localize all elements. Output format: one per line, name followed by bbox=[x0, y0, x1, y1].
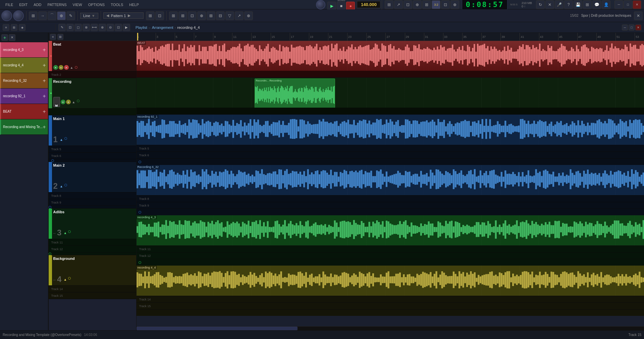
sidebar-track-recording44[interactable]: recording 4_4 + bbox=[0, 58, 48, 73]
tc-beat-dot[interactable] bbox=[75, 66, 77, 69]
pl-btn-link[interactable]: ⊕ bbox=[57, 11, 66, 20]
sidebar-track-recording921[interactable]: recording 92_1 + bbox=[0, 89, 48, 104]
close-button[interactable]: ✕ bbox=[633, 0, 641, 9]
tc-main1-dot[interactable] bbox=[64, 137, 67, 140]
sb-add[interactable]: + bbox=[1, 34, 8, 41]
pattern-selector[interactable]: ◀ Pattern 1 ▶ bbox=[103, 12, 144, 19]
pattern-prev[interactable]: ◀ bbox=[106, 13, 109, 18]
background-clip[interactable]: recording 4_4 bbox=[137, 266, 644, 296]
pat-btn-1[interactable]: ⊞ bbox=[146, 11, 155, 20]
tool-mute[interactable]: ⊗ bbox=[83, 24, 90, 31]
tc-rec-yellow[interactable]: ● bbox=[66, 100, 71, 104]
scrollbar-thumb[interactable] bbox=[137, 327, 298, 330]
menu-help[interactable]: HELP bbox=[126, 2, 142, 7]
win-close-btn[interactable]: ✕ bbox=[635, 24, 641, 31]
tc-adlibs-up[interactable]: ▲ bbox=[63, 230, 67, 235]
tc-rec-up[interactable]: ▲ bbox=[71, 100, 76, 104]
tc-rec-green[interactable]: ● bbox=[61, 100, 65, 104]
view-btn-8[interactable]: ↗ bbox=[235, 11, 244, 20]
mode-btn-8[interactable]: ⊕ bbox=[450, 0, 459, 9]
icon-help[interactable]: ? bbox=[564, 0, 573, 9]
breadcrumb-playlist[interactable]: Playlist bbox=[136, 25, 147, 30]
main1-clip[interactable]: recording 92_1 bbox=[137, 115, 644, 145]
tool-select[interactable]: ⊡ bbox=[66, 24, 74, 31]
menu-view[interactable]: VIEW bbox=[70, 2, 85, 7]
tc-beat-green[interactable]: ● bbox=[53, 65, 58, 70]
icon-save[interactable]: 💾 bbox=[574, 0, 582, 9]
main2-clip[interactable]: Recording 6_32 bbox=[137, 165, 644, 195]
tc-bg-dot[interactable] bbox=[68, 277, 71, 280]
sidebar-add-2[interactable]: + bbox=[43, 78, 46, 84]
sidebar-add-0[interactable]: + bbox=[43, 47, 46, 53]
pl-btn-paint[interactable]: ✎ bbox=[66, 11, 75, 20]
sidebar-add-5[interactable]: + bbox=[43, 124, 46, 130]
tool-zoom-sel[interactable]: ⊡ bbox=[115, 24, 122, 31]
tc-bg-up[interactable]: ▲ bbox=[63, 277, 67, 282]
arr-scroll-area[interactable]: BEAT bbox=[137, 41, 644, 326]
beat-clip[interactable]: BEAT bbox=[137, 41, 644, 71]
tool-pencil[interactable]: ✎ bbox=[58, 24, 66, 31]
sidebar-track-recording43[interactable]: recording 4_3 + bbox=[0, 42, 48, 58]
icon-refresh[interactable]: ↻ bbox=[536, 0, 545, 9]
pl-btn-arrow[interactable]: → bbox=[38, 11, 47, 20]
pl-btn-curve[interactable]: ⌒ bbox=[48, 11, 56, 20]
tool-zoom-out[interactable]: ⊖ bbox=[107, 24, 114, 31]
tempo-display[interactable]: 140.000 bbox=[357, 1, 380, 8]
sidebar-add-1[interactable]: + bbox=[43, 62, 46, 68]
tc-header-btn1[interactable]: ≡ bbox=[50, 34, 56, 40]
view-btn-4[interactable]: ⊕ bbox=[197, 11, 206, 20]
tc-beat-yellow[interactable]: ● bbox=[59, 65, 63, 70]
tool-play[interactable]: ▶ bbox=[123, 24, 130, 31]
mode-btn-3[interactable]: ⊡ bbox=[404, 0, 412, 9]
icon-chat[interactable]: 💬 bbox=[592, 0, 601, 9]
mode-btn-5[interactable]: ⊞ bbox=[422, 0, 431, 9]
view-btn-1[interactable]: ⊞ bbox=[169, 11, 178, 20]
sidebar-track-mixing[interactable]: Recording and Mixing Te... + bbox=[0, 119, 48, 135]
tc-main1-up[interactable]: ▲ bbox=[59, 137, 64, 142]
sidebar-track-recording632[interactable]: Recording 6_32 + bbox=[0, 73, 48, 89]
mode-btn-7[interactable]: ⊡ bbox=[441, 0, 450, 9]
sidebar-add-4[interactable]: + bbox=[43, 109, 46, 115]
tool-slide[interactable]: ⟷ bbox=[91, 24, 98, 31]
line-tool[interactable]: Line ▼ bbox=[80, 13, 98, 19]
tc-main2-up[interactable]: ▲ bbox=[59, 184, 64, 188]
icon-user[interactable]: 👤 bbox=[602, 0, 610, 9]
sidebar-btn-2[interactable]: ⊞ bbox=[11, 24, 17, 31]
tc-rec-dot[interactable] bbox=[77, 100, 79, 102]
icon-mic[interactable]: 🎤 bbox=[555, 0, 564, 9]
tc-adlibs-dot[interactable] bbox=[68, 230, 71, 233]
master-volume-knob[interactable] bbox=[316, 0, 325, 9]
close-panel-btn[interactable]: ✕ bbox=[634, 11, 643, 20]
sb-close[interactable]: ✕ bbox=[9, 34, 15, 41]
menu-tools[interactable]: TOOLS bbox=[108, 2, 126, 7]
view-btn-2[interactable]: ⊞ bbox=[178, 11, 187, 20]
menu-patterns[interactable]: PATTERNS bbox=[45, 2, 69, 7]
tc-header-btn2[interactable]: ⊞ bbox=[57, 34, 63, 40]
pattern-next[interactable]: ▶ bbox=[128, 13, 130, 18]
recording-clip[interactable]: Recordin... Recording bbox=[255, 78, 335, 108]
mode-btn-4[interactable]: ⊕ bbox=[413, 0, 422, 9]
menu-add[interactable]: ADD bbox=[31, 2, 44, 7]
sidebar-add-3[interactable]: + bbox=[43, 93, 46, 99]
view-btn-7[interactable]: ▽ bbox=[225, 11, 234, 20]
sidebar-btn-3[interactable]: ◈ bbox=[19, 24, 25, 31]
tc-beat-red[interactable]: ● bbox=[64, 65, 69, 70]
tc-beat-up[interactable]: ▲ bbox=[69, 65, 74, 70]
icon-x[interactable]: ✕ bbox=[545, 0, 554, 9]
icon-grid[interactable]: ⊞ bbox=[583, 0, 592, 9]
pl-btn-grid[interactable]: ⊞ bbox=[29, 11, 38, 20]
horizontal-scrollbar[interactable] bbox=[137, 326, 644, 330]
master-vol-knob2[interactable] bbox=[13, 10, 24, 21]
win-min-btn[interactable]: ─ bbox=[622, 24, 628, 31]
master-pitch-knob[interactable] bbox=[1, 10, 12, 21]
menu-options[interactable]: OPTIONS bbox=[86, 2, 108, 7]
mode-btn-1[interactable]: ⊞ bbox=[385, 0, 393, 9]
tool-eraser[interactable]: ◻ bbox=[74, 24, 82, 31]
tool-zoom-in[interactable]: ⊕ bbox=[99, 24, 106, 31]
mode-btn-2[interactable]: ↗ bbox=[394, 0, 403, 9]
view-btn-6[interactable]: ⊟ bbox=[216, 11, 225, 20]
view-btn-9[interactable]: ⊕ bbox=[244, 11, 253, 20]
sidebar-track-beat[interactable]: BEAT + bbox=[0, 104, 48, 119]
adlibs-clip[interactable]: recording 4_3 bbox=[137, 215, 644, 245]
minimize-button[interactable]: ─ bbox=[614, 0, 623, 9]
